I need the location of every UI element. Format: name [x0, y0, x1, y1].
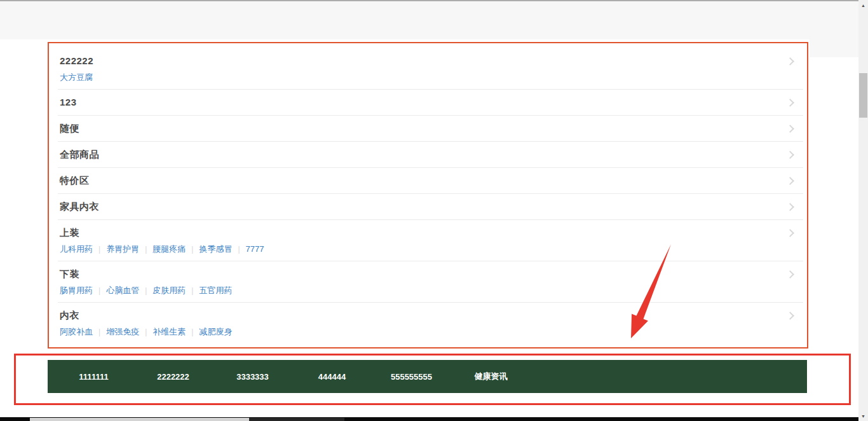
category-section: 家具内衣 — [49, 194, 807, 219]
subcategory-link[interactable]: 减肥廋身 — [199, 327, 232, 336]
chevron-right-icon[interactable] — [786, 270, 794, 279]
subcategory-link[interactable]: 皮肤用药 — [153, 286, 186, 295]
subcategory-link[interactable]: 儿科用药 — [60, 244, 93, 254]
link-separator: | — [98, 245, 100, 254]
category-title[interactable]: 全部商品 — [60, 148, 99, 161]
header-band — [0, 1, 858, 39]
chevron-right-icon[interactable] — [786, 203, 794, 211]
subcategory-links: 大方豆腐 — [60, 71, 796, 84]
scrollbar[interactable]: ▲ ▼ — [858, 0, 868, 421]
header-band-right — [810, 39, 858, 57]
category-section: 随便 — [49, 116, 807, 141]
link-separator: | — [145, 245, 147, 254]
link-separator: | — [98, 286, 100, 295]
footer-nav-item[interactable]: 555555555 — [372, 372, 451, 382]
footer-nav-item[interactable]: 3333333 — [213, 372, 292, 382]
taskbar-segment — [249, 418, 344, 421]
subcategory-link[interactable]: 增强免疫 — [106, 327, 139, 336]
category-section: 内衣阿胶补血|增强免疫|补维生素|减肥廋身 — [49, 303, 807, 347]
category-title[interactable]: 123 — [60, 96, 77, 109]
link-separator: | — [98, 328, 100, 336]
category-section: 特价区 — [49, 168, 807, 193]
chevron-right-icon[interactable] — [786, 177, 794, 185]
chevron-right-icon[interactable] — [786, 312, 794, 320]
category-panel: 222222大方豆腐123随便全部商品特价区家具内衣上装儿科用药|养胃护胃|腰腿… — [48, 42, 808, 349]
chevron-right-icon[interactable] — [786, 125, 794, 133]
category-title[interactable]: 下装 — [60, 268, 79, 280]
category-section: 222222大方豆腐 — [49, 43, 807, 89]
link-separator: | — [145, 286, 147, 295]
category-title[interactable]: 特价区 — [60, 174, 90, 187]
chevron-right-icon[interactable] — [786, 229, 794, 237]
link-separator: | — [191, 286, 193, 295]
taskbar-segment — [30, 418, 249, 421]
scrollbar-thumb[interactable] — [859, 73, 867, 118]
footer-nav-item[interactable]: 444444 — [292, 372, 372, 382]
subcategory-links: 肠胃用药|心脑血管|皮肤用药|五官用药 — [60, 284, 796, 297]
link-separator: | — [191, 245, 193, 254]
subcategory-links: 阿胶补血|增强免疫|补维生素|减肥廋身 — [60, 326, 796, 338]
category-section: 下装肠胃用药|心脑血管|皮肤用药|五官用药 — [49, 261, 807, 302]
category-title[interactable]: 内衣 — [60, 309, 79, 322]
subcategory-link[interactable]: 腰腿疼痛 — [153, 244, 186, 254]
scroll-up-icon[interactable]: ▲ — [858, 0, 868, 10]
subcategory-link[interactable]: 换季感冒 — [199, 244, 232, 254]
footer-nav-item[interactable]: 1111111 — [54, 372, 133, 382]
subcategory-link[interactable]: 肠胃用药 — [60, 286, 93, 295]
chevron-right-icon[interactable] — [786, 99, 794, 107]
category-title[interactable]: 随便 — [60, 122, 79, 135]
footer-nav-item[interactable]: 健康资讯 — [451, 371, 531, 382]
taskbar-edge — [0, 417, 858, 421]
chevron-right-icon[interactable] — [786, 151, 794, 159]
subcategory-link[interactable]: 五官用药 — [199, 286, 232, 295]
chevron-right-icon[interactable] — [786, 57, 794, 66]
subcategory-link[interactable]: 补维生素 — [153, 327, 186, 336]
scroll-down-icon[interactable]: ▼ — [858, 411, 868, 421]
subcategory-link[interactable]: 阿胶补血 — [60, 327, 93, 336]
category-section: 全部商品 — [49, 142, 807, 167]
category-section: 123 — [49, 90, 807, 115]
link-separator: | — [238, 245, 240, 254]
subcategory-links: 儿科用药|养胃护胃|腰腿疼痛|换季感冒|7777 — [60, 243, 796, 256]
link-separator: | — [191, 328, 193, 336]
category-section: 上装儿科用药|养胃护胃|腰腿疼痛|换季感冒|7777 — [49, 220, 807, 261]
category-title[interactable]: 家具内衣 — [60, 200, 99, 213]
subcategory-link[interactable]: 养胃护胃 — [106, 244, 139, 254]
link-separator: | — [145, 328, 147, 336]
category-title[interactable]: 上装 — [60, 226, 79, 239]
subcategory-link[interactable]: 心脑血管 — [106, 286, 139, 295]
category-title[interactable]: 222222 — [60, 55, 93, 67]
subcategory-link[interactable]: 大方豆腐 — [60, 72, 93, 82]
subcategory-link[interactable]: 7777 — [246, 244, 264, 254]
footer-nav: 111111122222223333333444444555555555健康资讯 — [48, 360, 807, 393]
footer-nav-item[interactable]: 2222222 — [133, 372, 213, 382]
